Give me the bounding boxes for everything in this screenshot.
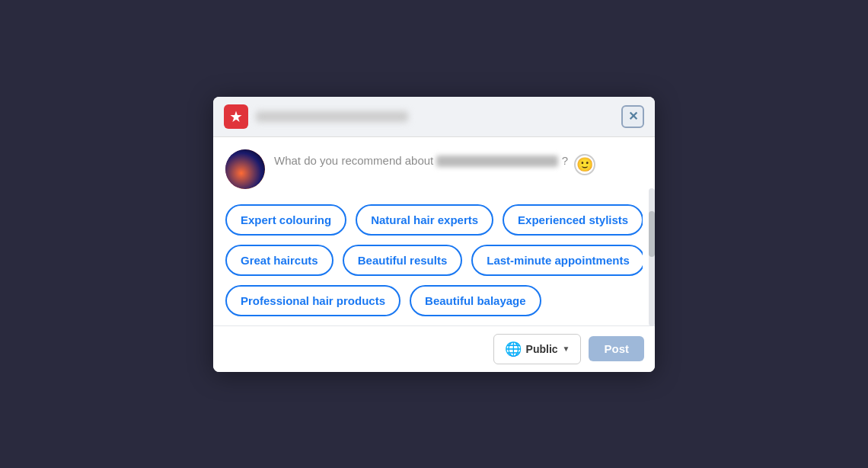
prompt-after: ? [562, 154, 568, 167]
tag-professional-products[interactable]: Professional hair products [225, 285, 400, 316]
modal-header: ✕ [213, 97, 655, 137]
globe-icon: 🌐 [505, 341, 522, 357]
scrollbar-thumb[interactable] [649, 211, 655, 257]
modal-dialog: ✕ What do you recommend about ? 🙂 [213, 97, 655, 372]
tag-beautiful-balayage[interactable]: Beautiful balayage [410, 285, 541, 316]
post-button[interactable]: Post [589, 336, 644, 361]
header-title [256, 111, 408, 122]
tag-great-haircuts[interactable]: Great haircuts [225, 245, 333, 276]
tags-row-3: Professional hair products Beautiful bal… [225, 285, 643, 316]
emoji-button[interactable]: 🙂 [574, 154, 595, 175]
tag-beautiful-results[interactable]: Beautiful results [343, 245, 463, 276]
avatar [225, 149, 265, 189]
modal-body: What do you recommend about ? 🙂 Expert c… [213, 137, 655, 325]
tags-row-1: Expert colouring Natural hair experts Ex… [225, 204, 643, 236]
avatar-image [225, 149, 265, 189]
modal-footer: 🌐 Public ▼ Post [213, 325, 655, 372]
modal: ✕ What do you recommend about ? 🙂 [213, 97, 655, 372]
tag-last-minute[interactable]: Last-minute appointments [471, 245, 643, 276]
prompt-area: What do you recommend about ? 🙂 [274, 149, 643, 175]
tag-natural-hair[interactable]: Natural hair experts [356, 204, 493, 236]
star-icon [229, 110, 243, 123]
tags-row-2: Great haircuts Beautiful results Last-mi… [225, 245, 643, 276]
tags-area: Expert colouring Natural hair experts Ex… [225, 201, 643, 325]
public-label: Public [526, 343, 558, 355]
header-left [224, 104, 408, 129]
audience-button[interactable]: 🌐 Public ▼ [493, 334, 582, 364]
prompt-before: What do you recommend about [274, 154, 433, 167]
user-row: What do you recommend about ? 🙂 [225, 149, 643, 189]
prompt-business [436, 155, 558, 167]
prompt-text: What do you recommend about ? [274, 152, 568, 170]
tag-experienced-stylists[interactable]: Experienced stylists [503, 204, 643, 236]
close-button[interactable]: ✕ [621, 105, 644, 128]
app-icon [224, 104, 248, 129]
page-background: ✕ What do you recommend about ? 🙂 [0, 0, 868, 468]
tag-expert-colouring[interactable]: Expert colouring [225, 204, 346, 236]
scrollbar-track[interactable] [649, 188, 655, 326]
chevron-down-icon: ▼ [563, 345, 570, 353]
